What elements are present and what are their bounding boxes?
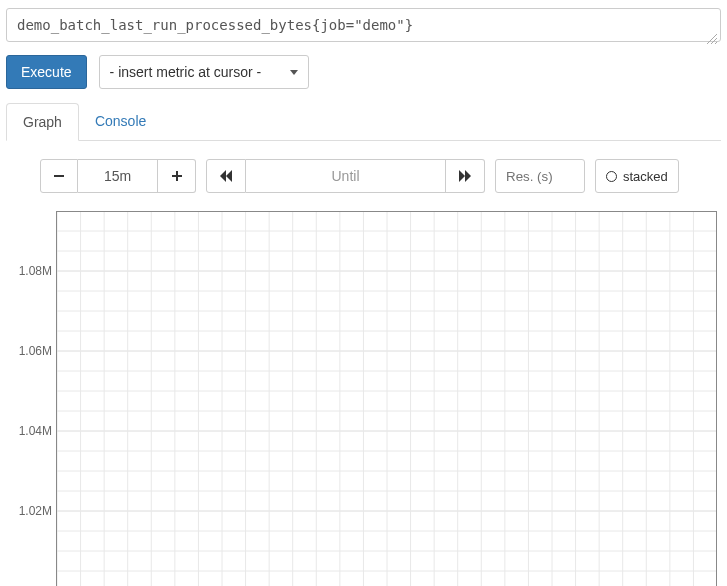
- svg-marker-7: [226, 170, 232, 182]
- svg-marker-6: [220, 170, 226, 182]
- query-input[interactable]: [6, 8, 721, 42]
- plus-icon: [171, 170, 183, 182]
- resize-grip-icon[interactable]: [707, 31, 717, 41]
- stacked-label: stacked: [623, 169, 668, 184]
- until-input[interactable]: Until: [246, 159, 446, 193]
- svg-marker-8: [459, 170, 465, 182]
- range-increase-button[interactable]: [158, 159, 196, 193]
- svg-rect-3: [54, 175, 64, 177]
- forward-icon: [458, 170, 472, 182]
- time-forward-button[interactable]: [446, 159, 485, 193]
- metric-select[interactable]: - insert metric at cursor -: [99, 55, 309, 89]
- range-decrease-button[interactable]: [40, 159, 78, 193]
- y-axis-tick: 1.06M: [19, 344, 52, 358]
- resolution-input[interactable]: [495, 159, 585, 193]
- chart: 1.02M1.04M1.06M1.08M 5051525354555657585…: [6, 211, 721, 586]
- y-axis-tick: 1.04M: [19, 424, 52, 438]
- time-range-group: 15m: [40, 159, 196, 193]
- svg-line-2: [715, 42, 717, 44]
- tab-graph[interactable]: Graph: [6, 103, 79, 141]
- svg-marker-9: [465, 170, 471, 182]
- rewind-icon: [219, 170, 233, 182]
- metric-select-label: - insert metric at cursor -: [110, 64, 262, 80]
- y-axis-tick: 1.08M: [19, 264, 52, 278]
- y-axis-tick: 1.02M: [19, 504, 52, 518]
- caret-down-icon: [290, 70, 298, 75]
- circle-icon: [606, 171, 617, 182]
- range-input[interactable]: 15m: [78, 159, 158, 193]
- svg-rect-5: [176, 171, 178, 181]
- execute-button[interactable]: Execute: [6, 55, 87, 89]
- minus-icon: [53, 170, 65, 182]
- time-rewind-button[interactable]: [206, 159, 246, 193]
- time-navigate-group: Until: [206, 159, 485, 193]
- tab-console[interactable]: Console: [79, 103, 162, 140]
- stacked-toggle[interactable]: stacked: [595, 159, 679, 193]
